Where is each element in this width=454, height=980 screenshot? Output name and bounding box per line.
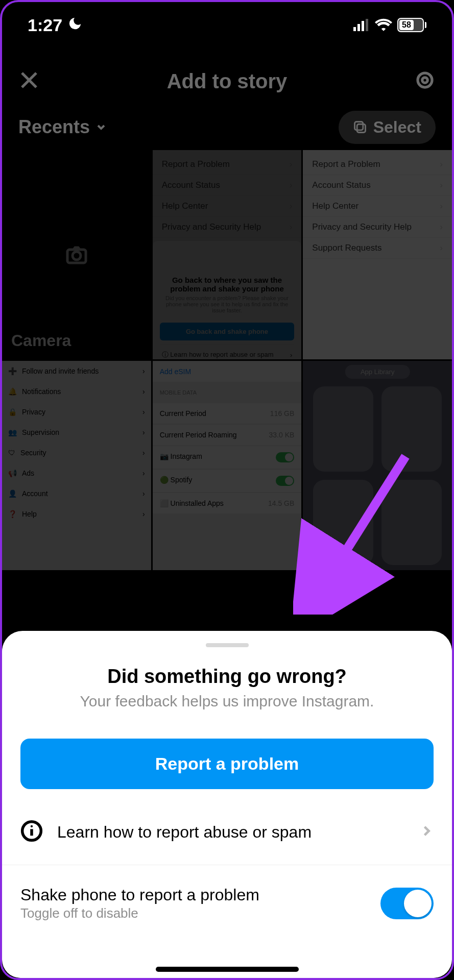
svg-rect-2	[362, 21, 364, 31]
story-header: Add to story	[2, 63, 452, 99]
status-bar: 1:27 58	[2, 12, 452, 38]
thumbnail[interactable]: Add eSIM MOBILE DATA Current Period116 G…	[153, 361, 302, 570]
do-not-disturb-icon	[67, 15, 83, 35]
svg-point-5	[422, 78, 428, 83]
shake-to-report-row: Shake phone to report a problem Toggle o…	[2, 865, 452, 942]
album-dropdown[interactable]: Recents	[18, 116, 107, 138]
album-picker-bar: Recents Select	[2, 109, 452, 145]
svg-point-12	[31, 825, 33, 827]
gear-icon[interactable]	[414, 69, 436, 93]
svg-point-4	[418, 73, 432, 87]
close-icon[interactable]	[18, 69, 40, 93]
wifi-icon	[375, 15, 392, 35]
report-problem-sheet: Did something go wrong? Your feedback he…	[2, 631, 452, 978]
shake-subtitle: Toggle off to disable	[20, 905, 366, 921]
sheet-subtitle: Your feedback helps us improve Instagram…	[2, 693, 452, 710]
page-title: Add to story	[40, 70, 414, 93]
thumbnail[interactable]: Report a Problem› Account Status› Help C…	[303, 150, 452, 359]
svg-rect-3	[366, 19, 368, 31]
home-indicator[interactable]	[156, 967, 299, 972]
svg-point-9	[73, 252, 81, 260]
camera-label: Camera	[11, 331, 71, 350]
shake-title: Shake phone to report a problem	[20, 886, 366, 904]
sheet-title: Did something go wrong?	[2, 666, 452, 688]
cellular-signal-icon	[353, 15, 370, 35]
thumbnail[interactable]: ➕ Follow and invite friends› 🔔 Notificat…	[2, 361, 151, 570]
info-icon	[20, 820, 43, 844]
learn-report-abuse-row[interactable]: Learn how to report abuse or spam	[2, 799, 452, 865]
album-label: Recents	[18, 116, 90, 138]
svg-rect-6	[354, 122, 363, 130]
svg-rect-0	[353, 27, 356, 31]
battery-indicator: 58	[397, 18, 426, 32]
svg-rect-7	[357, 124, 365, 132]
chevron-down-icon	[95, 116, 107, 138]
thumbnail[interactable]: Report a Problem› Account Status› Help C…	[153, 150, 302, 359]
sheet-grabber[interactable]	[206, 643, 249, 647]
learn-label: Learn how to report abuse or spam	[57, 823, 405, 842]
select-label: Select	[373, 118, 421, 137]
report-problem-button[interactable]: Report a problem	[20, 739, 434, 789]
shake-toggle[interactable]	[380, 888, 434, 919]
thumbnail[interactable]: App Library	[303, 361, 452, 570]
camera-tile[interactable]: Camera	[2, 150, 151, 359]
chevron-right-icon	[419, 824, 434, 840]
svg-rect-1	[357, 24, 360, 31]
status-time: 1:27	[28, 15, 62, 35]
select-multiple-button[interactable]: Select	[339, 111, 436, 144]
